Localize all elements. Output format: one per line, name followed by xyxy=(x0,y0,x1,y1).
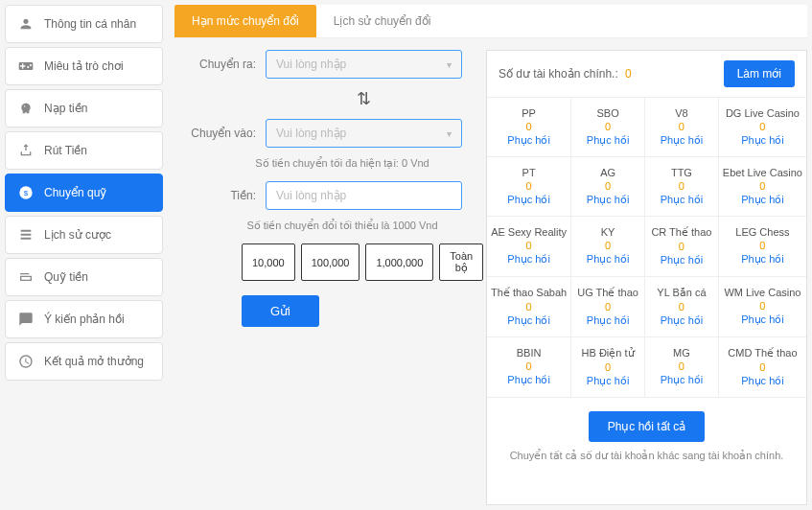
wallet-value: 0 xyxy=(491,121,567,132)
tab-history[interactable]: Lịch sử chuyển đổi xyxy=(316,5,449,37)
sidebar-item-games[interactable]: Miêu tả trò chơi xyxy=(5,47,163,85)
wallet-name: AE Sexy Reality xyxy=(491,226,567,238)
amount-label: Tiền: xyxy=(184,189,266,202)
from-select[interactable]: Vui lòng nhập ▾ xyxy=(266,50,462,79)
wallet-name: WM Live Casino xyxy=(723,287,802,298)
select-placeholder: Vui lòng nhập xyxy=(276,58,346,71)
sidebar-item-label: Lịch sử cược xyxy=(44,228,111,242)
wallet-name: KY xyxy=(575,226,640,238)
amount-btn-1000000[interactable]: 1,000,000 xyxy=(365,243,433,281)
wallet-restore-link[interactable]: Phục hồi xyxy=(649,314,714,327)
wallet-cell: CR Thể thao0Phục hồi xyxy=(645,217,719,277)
withdraw-icon xyxy=(17,142,35,159)
restore-all-button[interactable]: Phục hồi tất cả xyxy=(589,411,706,442)
wallet-name: CR Thể thao xyxy=(649,226,714,239)
amount-btn-100000[interactable]: 100,000 xyxy=(301,243,360,281)
wallet-cell: DG Live Casino0Phục hồi xyxy=(719,98,806,157)
sidebar-item-deposit[interactable]: Nạp tiền xyxy=(5,89,163,128)
list-icon xyxy=(17,226,35,243)
wallet-cell: YL Bắn cá0Phục hồi xyxy=(645,277,719,337)
wallet-restore-link[interactable]: Phục hồi xyxy=(491,134,567,147)
sidebar-item-withdraw[interactable]: Rút Tiền xyxy=(5,131,163,170)
transfer-form: Chuyển ra: Vui lòng nhập ▾ ⇅ Chuyển vào:… xyxy=(174,50,472,505)
wallet-value: 0 xyxy=(723,361,802,373)
sidebar-item-bet-history[interactable]: Lịch sử cược xyxy=(5,216,163,254)
sidebar-item-label: Thông tin cá nhân xyxy=(44,17,136,31)
wallet-value: 0 xyxy=(649,241,714,252)
wallet-name: V8 xyxy=(649,107,714,119)
wallet-value: 0 xyxy=(649,180,714,192)
wallet-restore-link[interactable]: Phục hồi xyxy=(491,314,567,327)
wallet-name: PT xyxy=(491,167,567,178)
wallet-restore-link[interactable]: Phục hồi xyxy=(723,313,802,326)
wallet-restore-link[interactable]: Phục hồi xyxy=(723,375,802,387)
wallet-restore-link[interactable]: Phục hồi xyxy=(491,253,567,266)
wallet-value: 0 xyxy=(723,121,802,132)
wallet-name: CMD Thể thao xyxy=(723,347,802,359)
wallet-restore-link[interactable]: Phục hồi xyxy=(649,134,714,147)
wallet-restore-link[interactable]: Phục hồi xyxy=(575,375,640,387)
sidebar-item-transfer[interactable]: $ Chuyển quỹ xyxy=(5,174,163,212)
wallet-value: 0 xyxy=(649,121,714,132)
wallet-cell: CMD Thể thao0Phục hồi xyxy=(719,337,806,398)
wallet-value: 0 xyxy=(491,301,567,313)
wallet-value: 0 xyxy=(723,180,802,192)
sidebar-item-profile[interactable]: Thông tin cá nhân xyxy=(5,5,163,43)
sidebar-item-wallet[interactable]: Quỹ tiền xyxy=(5,258,163,296)
wallet-restore-link[interactable]: Phục hồi xyxy=(575,253,640,266)
chevron-down-icon: ▾ xyxy=(447,59,452,70)
wallet-restore-link[interactable]: Phục hồi xyxy=(649,254,714,267)
wallet-restore-link[interactable]: Phục hồi xyxy=(723,194,802,206)
wallet-name: LEG Chess xyxy=(723,226,802,238)
to-select[interactable]: Vui lòng nhập ▾ xyxy=(266,119,462,148)
wallet-value: 0 xyxy=(649,301,714,313)
user-icon xyxy=(17,15,35,33)
wallet-cell: Ebet Live Casino0Phục hồi xyxy=(719,157,806,217)
wallet-restore-link[interactable]: Phục hồi xyxy=(649,194,714,206)
wallet-name: SBO xyxy=(575,107,640,119)
piggy-icon xyxy=(17,100,35,117)
sidebar-item-label: Ý kiến phản hồi xyxy=(44,313,125,326)
wallet-header: Số dư tài khoản chính.: 0 Làm mới xyxy=(487,51,806,98)
wallet-restore-link[interactable]: Phục hồi xyxy=(723,134,802,147)
from-label: Chuyển ra: xyxy=(184,58,266,71)
max-hint: Số tiền chuyển tối đa hiện tại: 0 Vnd xyxy=(184,157,462,170)
amount-input[interactable] xyxy=(266,181,462,210)
wallet-cell: MG0Phục hồi xyxy=(645,337,719,398)
wallet-cell: SBO0Phục hồi xyxy=(571,98,645,157)
main-content: Hạn mức chuyển đổi Lịch sử chuyển đổi Ch… xyxy=(163,0,812,510)
wallet-restore-link[interactable]: Phục hồi xyxy=(491,374,567,386)
chevron-down-icon: ▾ xyxy=(447,128,452,139)
wallet-restore-link[interactable]: Phục hồi xyxy=(575,194,640,206)
sidebar-item-results[interactable]: Kết quả mở thưởng xyxy=(5,342,163,381)
wallet-value: 0 xyxy=(723,240,802,251)
wallet-cell: PT0Phục hồi xyxy=(487,157,571,217)
wallet-cell: UG Thể thao0Phục hồi xyxy=(571,277,645,337)
sidebar-item-feedback[interactable]: Ý kiến phản hồi xyxy=(5,300,163,338)
wallet-value: 0 xyxy=(649,360,714,372)
wallet-restore-link[interactable]: Phục hồi xyxy=(723,253,802,266)
swap-icon[interactable]: ⇅ xyxy=(184,88,462,109)
wallet-cell: HB Điện tử0Phục hồi xyxy=(571,337,645,398)
wallet-name: UG Thể thao xyxy=(575,287,640,299)
svg-text:$: $ xyxy=(24,189,29,197)
wallet-restore-link[interactable]: Phục hồi xyxy=(575,314,640,327)
wallet-name: MG xyxy=(649,347,714,359)
chat-icon xyxy=(17,311,35,328)
wallet-restore-link[interactable]: Phục hồi xyxy=(649,374,714,386)
wallet-restore-link[interactable]: Phục hồi xyxy=(491,194,567,206)
transfer-icon: $ xyxy=(17,184,35,201)
balance-value: 0 xyxy=(625,67,632,81)
refresh-button[interactable]: Làm mới xyxy=(724,60,795,87)
amount-btn-all[interactable]: Toàn bộ xyxy=(439,243,483,281)
wallet-restore-link[interactable]: Phục hồi xyxy=(575,134,640,147)
wallet-panel: Số dư tài khoản chính.: 0 Làm mới PP0Phụ… xyxy=(486,50,807,505)
amount-btn-10000[interactable]: 10,000 xyxy=(242,243,295,281)
sidebar-item-label: Kết quả mở thưởng xyxy=(44,355,144,368)
wallet-name: Thể thao Sabah xyxy=(491,287,567,299)
amount-presets: 10,000 100,000 1,000,000 Toàn bộ xyxy=(242,243,462,281)
tab-limit[interactable]: Hạn mức chuyển đổi xyxy=(174,5,316,37)
to-label: Chuyển vào: xyxy=(184,127,266,140)
submit-button[interactable]: Gửi xyxy=(242,295,319,327)
wallet-value: 0 xyxy=(491,360,567,372)
